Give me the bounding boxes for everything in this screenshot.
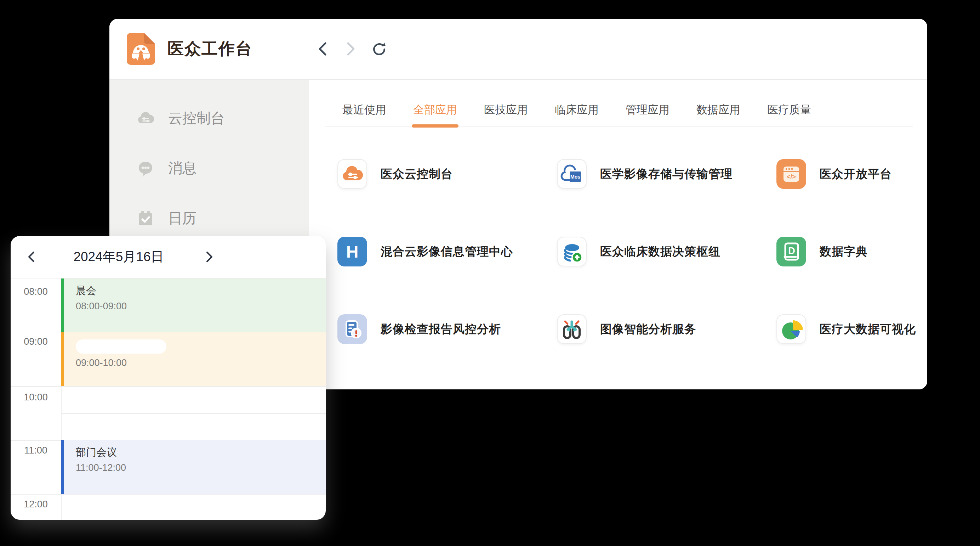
- tab-all-apps[interactable]: 全部应用: [413, 102, 457, 126]
- pie-chart-icon: [780, 318, 803, 340]
- app-label: 数据字典: [819, 244, 868, 260]
- pacs-badge-text: Mos: [570, 174, 580, 180]
- app-item-cloud-console[interactable]: 医众云控制台: [337, 159, 557, 189]
- tab-admin-apps[interactable]: 管理应用: [625, 102, 670, 126]
- window-header: 医众工作台: [110, 19, 927, 80]
- app-label: 医众临床数据决策枢纽: [600, 244, 721, 260]
- dictionary-letter: D: [788, 246, 795, 256]
- app-label: 医众开放平台: [819, 166, 892, 182]
- app-label: 图像智能分析服务: [600, 321, 697, 337]
- database-plus-icon: [560, 240, 583, 263]
- sidebar-item-label: 云控制台: [168, 109, 225, 128]
- hour-gridline: [11, 386, 326, 387]
- event-time: 08:00-09:00: [76, 300, 326, 313]
- report-alert-icon: [341, 318, 364, 340]
- app-item-open-platform[interactable]: </> 医众开放平台: [776, 159, 927, 189]
- app-item-hybrid-cloud[interactable]: H 混合云影像信息管理中心: [337, 237, 557, 267]
- half-hour-gridline: [62, 413, 326, 414]
- calendar-next-day-button[interactable]: [199, 236, 220, 278]
- sidebar-item-label: 消息: [168, 158, 197, 178]
- code-glyph: </>: [787, 173, 796, 180]
- calendar-check-icon: [137, 210, 154, 227]
- screenshot-canvas: 医众工作台: [0, 0, 980, 546]
- sidebar-item-messages[interactable]: 消息: [110, 143, 309, 193]
- tab-clinical-apps[interactable]: 临床应用: [555, 102, 599, 126]
- cloud-pacs-icon: Mos: [560, 163, 583, 185]
- calendar-date-label: 2024年5月16日: [64, 236, 173, 278]
- event-morning-meeting[interactable]: 晨会 08:00-09:00: [61, 278, 326, 332]
- time-label: 12:00: [11, 498, 61, 511]
- app-title: 医众工作台: [167, 38, 253, 60]
- app-grid: 医众云控制台 Mos 医学影像存储与传输管理: [337, 159, 927, 344]
- app-item-pacs[interactable]: Mos 医学影像存储与传输管理: [557, 159, 776, 189]
- content-area: 最近使用 全部应用 医技应用 临床应用 管理应用 数据应用 医疗质量: [309, 80, 927, 390]
- time-label: 11:00: [11, 444, 61, 457]
- code-window-icon: </>: [780, 163, 803, 185]
- calendar-prev-day-button[interactable]: [21, 236, 42, 278]
- tab-quality[interactable]: 医疗质量: [767, 102, 811, 126]
- app-item-report-risk[interactable]: 影像检查报告风控分析: [337, 314, 557, 344]
- cloud-sliders-icon: [341, 163, 364, 185]
- sidebar-item-cloud-console[interactable]: 云控制台: [110, 93, 309, 143]
- app-logo-icon: [126, 33, 156, 65]
- letter-h-icon: H: [346, 242, 359, 262]
- forward-icon: [345, 41, 357, 57]
- app-label: 医学影像存储与传输管理: [600, 166, 732, 182]
- dictionary-book-icon: D: [780, 240, 803, 263]
- event-time: 11:00-12:00: [76, 461, 326, 474]
- nav-controls: [315, 19, 387, 79]
- app-item-data-dictionary[interactable]: D 数据字典: [776, 237, 927, 267]
- refresh-icon: [371, 40, 387, 57]
- calendar-day-grid: 08:00 09:00 10:00 11:00 12:00 晨会 08:00-0…: [11, 278, 326, 520]
- lungs-icon: [560, 318, 583, 340]
- app-label: 影像检查报告风控分析: [380, 321, 501, 337]
- tab-recent[interactable]: 最近使用: [342, 102, 386, 126]
- app-item-clinical-data[interactable]: 医众临床数据决策枢纽: [557, 237, 776, 267]
- time-label: 09:00: [11, 335, 61, 348]
- calendar-panel: 2024年5月16日 08:00 09:00 10:00 11:00 12:00…: [11, 236, 326, 520]
- sidebar-item-calendar[interactable]: 日历: [110, 193, 309, 243]
- event-title-redacted: [76, 339, 166, 354]
- back-button[interactable]: [315, 41, 330, 57]
- message-bubble-icon: [137, 160, 154, 177]
- tab-medtech-apps[interactable]: 医技应用: [484, 102, 528, 126]
- time-label: 10:00: [11, 391, 61, 404]
- forward-button[interactable]: [343, 41, 359, 57]
- app-label: 混合云影像信息管理中心: [380, 244, 513, 260]
- calendar-header: 2024年5月16日: [11, 236, 326, 278]
- chevron-right-icon: [205, 251, 214, 263]
- event-title: 部门会议: [76, 445, 326, 459]
- event-redacted[interactable]: 09:00-10:00: [61, 332, 326, 386]
- app-label: 医疗大数据可视化: [819, 321, 916, 337]
- sidebar-item-label: 日历: [168, 208, 197, 228]
- tab-data-apps[interactable]: 数据应用: [697, 102, 740, 126]
- hour-gridline: [11, 494, 326, 495]
- event-title: 晨会: [76, 283, 326, 298]
- event-time: 09:00-10:00: [76, 356, 326, 369]
- back-icon: [317, 41, 329, 57]
- event-department-meeting[interactable]: 部门会议 11:00-12:00: [61, 440, 326, 494]
- cloud-settings-icon: [137, 110, 154, 127]
- app-item-image-ai[interactable]: 图像智能分析服务: [557, 314, 776, 344]
- time-label: 08:00: [11, 285, 61, 298]
- refresh-button[interactable]: [371, 41, 387, 57]
- app-label: 医众云控制台: [380, 166, 453, 182]
- app-item-bigdata-viz[interactable]: 医疗大数据可视化: [776, 314, 927, 344]
- chevron-left-icon: [27, 251, 36, 263]
- tabs-bar: 最近使用 全部应用 医技应用 临床应用 管理应用 数据应用 医疗质量: [325, 80, 913, 126]
